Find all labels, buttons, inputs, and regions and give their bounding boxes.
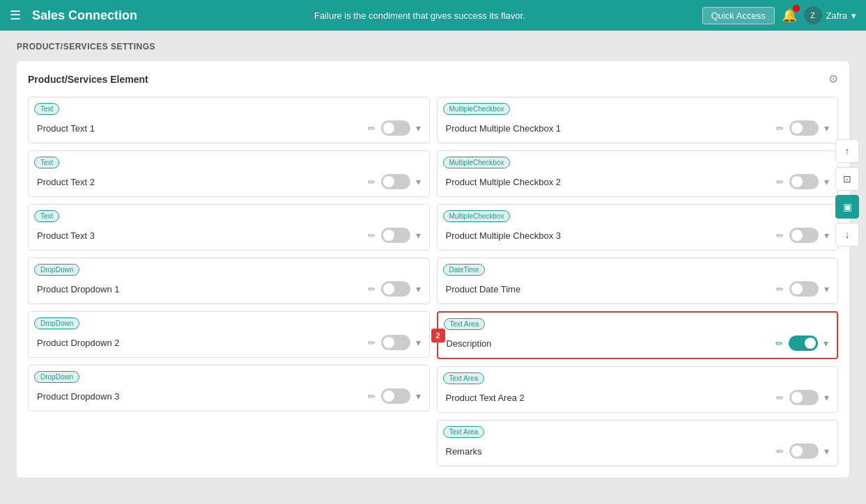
badge-description: Text Area xyxy=(444,318,486,330)
element-card-text3: Text Product Text 3 ✏ ▾ xyxy=(28,204,430,251)
user-menu[interactable]: Z Zafra ▾ xyxy=(804,6,856,24)
element-row-text2: Product Text 2 ✏ ▾ xyxy=(29,168,429,196)
edit-icon-multi1[interactable]: ✏ xyxy=(776,123,784,134)
edit-icon-text1[interactable]: ✏ xyxy=(368,123,376,134)
element-row-textarea2: Product Text Area 2 ✏ ▾ xyxy=(438,384,838,412)
page-title: PRODUCT/SERVICES SETTINGS xyxy=(17,42,849,52)
edit-icon-datetime[interactable]: ✏ xyxy=(776,284,784,294)
left-column: Text Product Text 1 ✏ ▾ Text xyxy=(28,97,430,466)
edit-icon-description[interactable]: ✏ xyxy=(775,338,783,349)
chevron-datetime[interactable]: ▾ xyxy=(824,283,829,294)
chevron-multi3[interactable]: ▾ xyxy=(824,230,829,241)
element-card-description: 2 Text Area Description ✏ ▾ xyxy=(437,311,839,359)
chevron-dropdown2[interactable]: ▾ xyxy=(416,337,421,348)
edit-icon-multi2[interactable]: ✏ xyxy=(776,177,784,187)
badge-multi2: MultipleCheckbox xyxy=(443,157,511,168)
toggle-multi2[interactable] xyxy=(789,174,819,189)
element-card-multi3: MultipleCheckbox Product Multiple Checkb… xyxy=(437,204,839,251)
menu-icon[interactable]: ☰ xyxy=(10,8,21,23)
edit-icon-multi3[interactable]: ✏ xyxy=(776,230,784,241)
toggle-dropdown1[interactable] xyxy=(381,281,410,297)
badge-text3: Text xyxy=(34,210,59,222)
element-card-text1: Text Product Text 1 ✏ ▾ xyxy=(28,97,430,143)
edit-icon-dropdown2[interactable]: ✏ xyxy=(368,338,376,348)
element-name-dropdown1: Product Dropdown 1 xyxy=(37,284,362,294)
app-header: ☰ Sales Connection Failure is the condim… xyxy=(0,0,866,31)
action-up-button[interactable]: ↑ xyxy=(835,139,859,163)
element-name-description: Description xyxy=(447,338,771,349)
action-down-button[interactable]: ↓ xyxy=(835,223,859,246)
element-card-dropdown2: DropDown Product Dropdown 2 ✏ ▾ xyxy=(28,311,430,358)
element-row-dropdown2: Product Dropdown 2 ✏ ▾ xyxy=(29,329,429,357)
action-screen-button[interactable]: ⊡ xyxy=(835,167,859,191)
notification-icon[interactable]: 🔔 xyxy=(782,8,797,23)
user-menu-chevron: ▾ xyxy=(851,10,856,21)
chevron-description[interactable]: ▾ xyxy=(824,338,828,349)
toggle-multi1[interactable] xyxy=(789,120,819,136)
toggle-text3[interactable] xyxy=(381,228,410,243)
badge-textarea2: Text Area xyxy=(443,372,485,384)
element-name-datetime: Product Date Time xyxy=(446,284,771,294)
element-card-dropdown1: DropDown Product Dropdown 1 ✏ ▾ xyxy=(28,258,430,304)
edit-icon-text2[interactable]: ✏ xyxy=(368,177,376,187)
element-row-multi3: Product Multiple Checkbox 3 ✏ ▾ xyxy=(438,222,838,250)
element-row-remarks: Remarks ✏ ▾ xyxy=(438,438,838,466)
badge-dropdown2: DropDown xyxy=(34,317,79,329)
chevron-dropdown1[interactable]: ▾ xyxy=(416,283,421,294)
edit-icon-remarks[interactable]: ✏ xyxy=(776,446,784,457)
badge-text1: Text xyxy=(34,103,59,115)
badge-dropdown3: DropDown xyxy=(34,371,79,383)
element-card-multi2: MultipleCheckbox Product Multiple Checkb… xyxy=(437,150,839,197)
element-row-dropdown1: Product Dropdown 1 ✏ ▾ xyxy=(29,276,429,304)
header-right: Quick Access 🔔 Z Zafra ▾ xyxy=(702,6,856,24)
toggle-text2[interactable] xyxy=(381,174,410,189)
card-title: Product/Services Element xyxy=(28,74,148,85)
chevron-multi2[interactable]: ▾ xyxy=(824,176,829,187)
toggle-datetime[interactable] xyxy=(789,281,819,297)
edit-icon-dropdown1[interactable]: ✏ xyxy=(368,284,376,294)
element-name-text2: Product Text 2 xyxy=(37,177,362,187)
chevron-textarea2[interactable]: ▾ xyxy=(824,392,829,403)
element-name-dropdown2: Product Dropdown 2 xyxy=(37,338,362,348)
action-save-button[interactable]: ▣ xyxy=(835,195,859,219)
settings-gear-icon[interactable]: ⚙ xyxy=(828,72,838,86)
element-row-dropdown3: Product Dropdown 3 ✏ ▾ xyxy=(29,383,429,411)
element-row-multi1: Product Multiple Checkbox 1 ✏ ▾ xyxy=(438,115,838,143)
page-body: PRODUCT/SERVICES SETTINGS Product/Servic… xyxy=(0,31,866,504)
element-name-multi2: Product Multiple Checkbox 2 xyxy=(446,177,771,187)
element-card-datetime: DateTime Product Date Time ✏ ▾ xyxy=(437,258,839,304)
edit-icon-dropdown3[interactable]: ✏ xyxy=(368,391,376,402)
chevron-text2[interactable]: ▾ xyxy=(416,176,421,187)
element-name-text3: Product Text 3 xyxy=(37,230,362,241)
element-card-remarks: Text Area Remarks ✏ ▾ xyxy=(437,420,839,466)
quick-access-button[interactable]: Quick Access xyxy=(702,7,775,24)
chevron-text3[interactable]: ▾ xyxy=(416,230,421,241)
toggle-description[interactable] xyxy=(789,336,818,351)
toggle-remarks[interactable] xyxy=(789,443,819,459)
element-row-datetime: Product Date Time ✏ ▾ xyxy=(438,276,838,304)
user-avatar: Z xyxy=(804,6,822,24)
chevron-dropdown3[interactable]: ▾ xyxy=(416,391,421,402)
chevron-text1[interactable]: ▾ xyxy=(416,123,421,134)
edit-icon-text3[interactable]: ✏ xyxy=(368,230,376,241)
toggle-textarea2[interactable] xyxy=(789,390,819,405)
element-row-multi2: Product Multiple Checkbox 2 ✏ ▾ xyxy=(438,168,838,196)
header-tagline: Failure is the condiment that gives succ… xyxy=(148,10,691,21)
badge-datetime: DateTime xyxy=(443,264,486,276)
toggle-dropdown2[interactable] xyxy=(381,335,410,350)
element-name-multi1: Product Multiple Checkbox 1 xyxy=(446,123,771,134)
toggle-multi3[interactable] xyxy=(789,228,819,243)
chevron-multi1[interactable]: ▾ xyxy=(824,123,829,134)
toggle-dropdown3[interactable] xyxy=(381,388,410,404)
notification-badge xyxy=(793,5,800,12)
element-card-dropdown3: DropDown Product Dropdown 3 ✏ ▾ xyxy=(28,365,430,411)
main-card: Product/Services Element ⚙ Text Product … xyxy=(17,61,849,478)
edit-icon-textarea2[interactable]: ✏ xyxy=(776,393,784,403)
badge-multi1: MultipleCheckbox xyxy=(443,103,511,115)
chevron-remarks[interactable]: ▾ xyxy=(824,446,829,457)
badge-text2: Text xyxy=(34,157,59,168)
user-name: Zafra xyxy=(826,10,847,21)
toggle-text1[interactable] xyxy=(381,120,410,136)
element-card-multi1: MultipleCheckbox Product Multiple Checkb… xyxy=(437,97,839,143)
element-row-text1: Product Text 1 ✏ ▾ xyxy=(29,115,429,143)
